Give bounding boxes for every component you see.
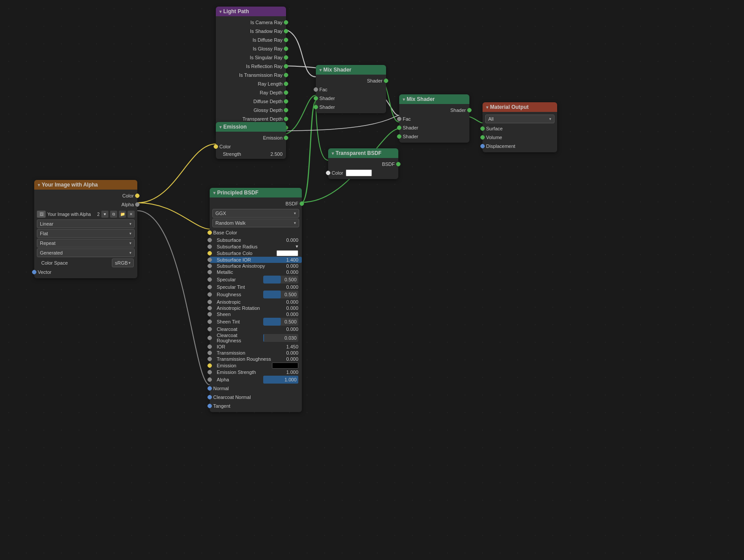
- image-copy-btn[interactable]: ⧉: [110, 211, 117, 218]
- node-light-path-header[interactable]: ▾ Light Path: [216, 7, 286, 16]
- socket-glossy-depth[interactable]: [284, 108, 288, 112]
- socket-normal[interactable]: [207, 386, 212, 391]
- socket-principled-out[interactable]: [300, 201, 304, 206]
- socket-camera-ray[interactable]: [284, 20, 288, 25]
- alpha-value-bar[interactable]: 1.000: [263, 376, 298, 384]
- socket-sheen-tint[interactable]: [207, 319, 212, 324]
- subsurface-ior-value[interactable]: 1.400: [283, 257, 298, 262]
- socket-ior[interactable]: [207, 345, 212, 349]
- node-material-output-header[interactable]: ▾ Material Output: [483, 102, 557, 112]
- socket-mix1-shader2[interactable]: [314, 105, 318, 109]
- image-generated-dropdown[interactable]: Generated ▾: [37, 248, 135, 257]
- socket-subsurface-radius[interactable]: [207, 244, 212, 249]
- socket-specular[interactable]: [207, 277, 212, 282]
- socket-mix2-out[interactable]: [467, 108, 472, 112]
- socket-metallic[interactable]: [207, 270, 212, 274]
- matout-dropdown[interactable]: All ▾: [485, 115, 554, 123]
- emission-color-swatch[interactable]: [272, 363, 298, 369]
- principled-rw-dropdown[interactable]: Random Walk ▾: [212, 219, 299, 227]
- socket-mix1-out[interactable]: [384, 79, 388, 83]
- socket-anisotropic[interactable]: [207, 300, 212, 304]
- transmission-value[interactable]: 0.000: [283, 350, 298, 355]
- principled-ggx-dropdown[interactable]: GGX ▾: [212, 209, 299, 218]
- sheen-tint-value-bar[interactable]: 0.500: [263, 318, 298, 326]
- socket-mix2-fac[interactable]: [397, 117, 401, 121]
- node-mix-shader-1-header[interactable]: ▾ Mix Shader: [316, 65, 386, 75]
- socket-clearcoat-roughness[interactable]: [207, 336, 212, 340]
- emission-strength-value[interactable]: 2.500: [267, 151, 283, 157]
- node-mix-shader-2-header[interactable]: ▾ Mix Shader: [399, 94, 469, 104]
- socket-alpha[interactable]: [207, 377, 212, 382]
- image-folder-btn[interactable]: 📁: [119, 211, 126, 218]
- socket-diffuse-ray[interactable]: [284, 38, 288, 42]
- socket-anisotropic-rotation[interactable]: [207, 306, 212, 310]
- socket-transparent-out[interactable]: [396, 162, 401, 166]
- socket-transmission-ray[interactable]: [284, 73, 288, 77]
- subsurface-aniso-value[interactable]: 0.000: [283, 263, 298, 269]
- socket-emission-out[interactable]: [284, 136, 288, 140]
- socket-transparent-color[interactable]: [326, 171, 330, 175]
- image-heart-btn[interactable]: ♥: [101, 211, 108, 218]
- socket-matout-volume[interactable]: [480, 135, 485, 140]
- socket-diffuse-depth[interactable]: [284, 99, 288, 104]
- socket-matout-displacement[interactable]: [480, 144, 485, 148]
- specular-tint-value[interactable]: 0.000: [283, 284, 298, 290]
- socket-clearcoat[interactable]: [207, 327, 212, 331]
- image-repeat-dropdown[interactable]: Repeat ▾: [37, 239, 135, 248]
- socket-transmission[interactable]: [207, 351, 212, 355]
- socket-mix2-shader2[interactable]: [397, 134, 401, 139]
- anisotropic-value[interactable]: 0.000: [283, 299, 298, 305]
- socket-singular-ray[interactable]: [284, 55, 288, 60]
- node-image-header[interactable]: ▾ Your Image with Alpha: [34, 180, 137, 190]
- socket-image-vector[interactable]: [32, 270, 36, 274]
- socket-transparent-depth[interactable]: [284, 117, 288, 121]
- specular-value-bar[interactable]: 0.500: [263, 276, 298, 284]
- node-emission-header[interactable]: ▾ Emission: [216, 122, 286, 132]
- image-close-btn[interactable]: ✕: [128, 211, 135, 218]
- socket-matout-surface[interactable]: [480, 126, 485, 131]
- socket-tangent[interactable]: [207, 404, 212, 408]
- socket-sheen[interactable]: [207, 312, 212, 316]
- metallic-value[interactable]: 0.000: [283, 269, 298, 275]
- transparent-color-swatch[interactable]: [346, 169, 372, 176]
- socket-glossy-ray[interactable]: [284, 47, 288, 51]
- roughness-value-bar[interactable]: 0.500: [263, 291, 298, 298]
- socket-subsurface[interactable]: [207, 238, 212, 242]
- socket-emission-color[interactable]: [214, 144, 218, 149]
- socket-base-color[interactable]: [207, 230, 212, 235]
- subsurface-color-swatch[interactable]: [276, 250, 298, 256]
- socket-clearcoat-normal[interactable]: [207, 395, 212, 399]
- socket-roughness[interactable]: [207, 292, 212, 297]
- param-specular: Specular 0.500: [210, 275, 302, 284]
- socket-transmission-roughness[interactable]: [207, 357, 212, 361]
- transmission-roughness-value[interactable]: 0.000: [283, 356, 298, 362]
- subsurface-value[interactable]: 0.000: [283, 237, 298, 243]
- socket-ray-depth[interactable]: [284, 90, 288, 95]
- ray-length-label: Ray Length: [258, 81, 283, 86]
- emission-strength-input-value[interactable]: 1.000: [283, 370, 298, 375]
- sheen-value[interactable]: 0.000: [283, 312, 298, 317]
- socket-shadow-ray[interactable]: [284, 29, 288, 33]
- clearcoat-value[interactable]: 0.000: [283, 327, 298, 332]
- socket-mix1-shader1[interactable]: [314, 96, 318, 101]
- image-linear-dropdown[interactable]: Linear ▾: [37, 219, 135, 228]
- socket-subsurface-aniso[interactable]: [207, 264, 212, 268]
- socket-image-color-out[interactable]: [135, 194, 140, 198]
- image-flat-dropdown[interactable]: Flat ▾: [37, 229, 135, 238]
- colorspace-dropdown[interactable]: sRGB ▾: [112, 258, 134, 267]
- socket-ray-length[interactable]: [284, 82, 288, 86]
- socket-emission-strength[interactable]: [207, 370, 212, 374]
- socket-reflection-ray[interactable]: [284, 64, 288, 68]
- node-transparent-bsdf-header[interactable]: ▾ Transparent BSDF: [328, 148, 398, 158]
- ior-value[interactable]: 1.450: [283, 344, 298, 349]
- socket-emission-input[interactable]: [207, 363, 212, 368]
- socket-specular-tint[interactable]: [207, 285, 212, 289]
- socket-subsurface-ior[interactable]: [207, 258, 212, 262]
- socket-mix2-shader1[interactable]: [397, 126, 401, 130]
- clearcoat-roughness-bar[interactable]: 0.030: [263, 334, 298, 342]
- node-principled-header[interactable]: ▾ Principled BSDF: [210, 188, 302, 197]
- socket-mix1-fac[interactable]: [314, 87, 318, 92]
- anisotropic-rotation-value[interactable]: 0.000: [283, 305, 298, 311]
- socket-image-alpha-out[interactable]: [135, 202, 140, 207]
- socket-subsurface-color[interactable]: [207, 251, 212, 255]
